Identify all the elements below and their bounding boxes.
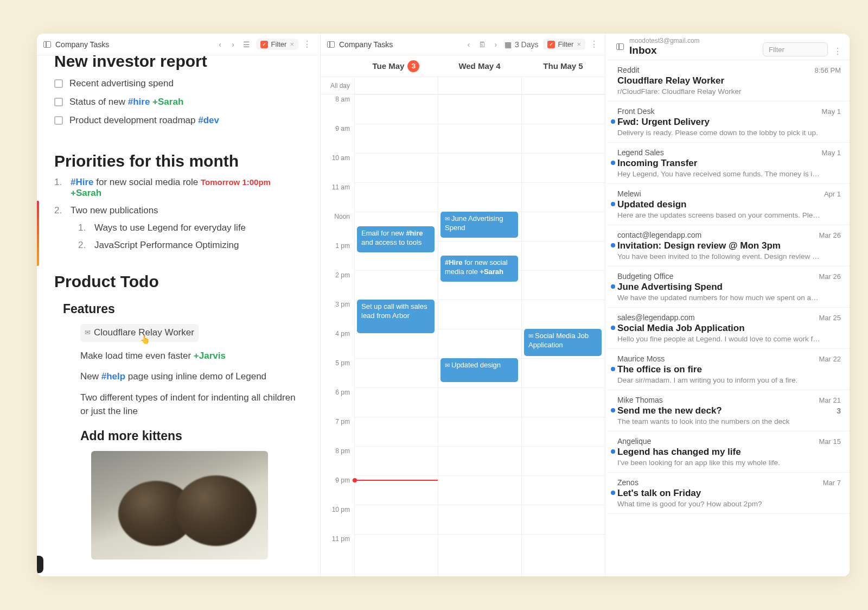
feature-item[interactable]: New #help page using inline demo of Lege… xyxy=(80,370,306,384)
day-header[interactable]: Thu May 5 xyxy=(521,61,605,71)
hour-label: 6 pm xyxy=(321,387,354,417)
more-button[interactable]: ⋮ xyxy=(833,46,842,56)
event[interactable]: #Hire for new social media role +Sarah xyxy=(441,256,518,282)
more-button[interactable]: ⋮ xyxy=(590,39,598,49)
hashtag[interactable]: #hire xyxy=(128,97,150,107)
list-item[interactable]: 2. JavaScript Performance Optimizing xyxy=(78,240,306,251)
forward-button[interactable]: › xyxy=(229,40,238,49)
todo-text: Status of new #hire +Sarah xyxy=(69,97,183,107)
calendar-title: Company Tasks xyxy=(339,40,393,49)
more-button[interactable]: ⋮ xyxy=(303,39,311,49)
mail-item[interactable]: Front DeskMay 1Fwd: Urgent DeliveryDeliv… xyxy=(608,101,850,143)
mail-from: sales@legendapp.com xyxy=(617,313,695,322)
mail-from: Melewi xyxy=(617,189,641,198)
event[interactable]: Email for new #hire and access to tools xyxy=(357,226,435,252)
now-dot-icon xyxy=(353,478,357,482)
app-shell: Company Tasks ‹ › ☰ ✓ Filter × ⋮ New inv… xyxy=(37,34,850,576)
unread-dot-icon xyxy=(611,161,615,165)
mail-item[interactable]: Mike ThomasMar 21Send me the new deck?3T… xyxy=(608,390,850,431)
filter-chip[interactable]: ✓ Filter × xyxy=(256,39,298,50)
day-column-tue[interactable]: Email for new #hire and access to tools … xyxy=(354,94,438,576)
hashtag[interactable]: #help xyxy=(101,371,125,382)
calendar-grid[interactable]: 8 am9 am10 am11 amNoon1 pm2 pm3 pm4 pm5 … xyxy=(321,94,605,576)
mail-item[interactable]: contact@legendapp.comMar 26Invitation: D… xyxy=(608,225,850,266)
hashtag[interactable]: #dev xyxy=(198,115,219,125)
mail-item[interactable]: Legend SalesMay 1Incoming TransferHey Le… xyxy=(608,143,850,184)
todo-item[interactable]: Status of new #hire +Sarah xyxy=(54,97,306,107)
list-num: 1. xyxy=(78,223,89,233)
checkbox[interactable] xyxy=(54,98,63,106)
mail-subject: Updated design xyxy=(617,199,687,210)
panel-icon[interactable] xyxy=(616,43,624,50)
feature-item[interactable]: Two different types of indent for indent… xyxy=(80,391,306,418)
hour-label: 7 pm xyxy=(321,417,354,446)
document-body[interactable]: New investor report Recent advertising s… xyxy=(37,55,318,576)
mail-subject: Let's talk on Friday xyxy=(617,488,701,499)
mention[interactable]: +Jarvis xyxy=(194,351,226,361)
todo-text: Product development roadmap #dev xyxy=(69,115,219,126)
envelope-icon: ✉ xyxy=(445,215,450,222)
list-icon[interactable]: ☰ xyxy=(242,40,252,49)
hour-label: 11 am xyxy=(321,182,354,212)
mail-item[interactable]: Reddit8:56 PMCloudflare Relay Workerr/Cl… xyxy=(608,60,850,101)
list-item[interactable]: 2. Two new publications xyxy=(54,205,306,216)
unread-dot-icon xyxy=(611,326,615,330)
event[interactable]: ✉Social Media Job Application xyxy=(524,329,602,356)
mail-from: Mike Thomas xyxy=(617,396,663,404)
list-item[interactable]: 1. Ways to use Legend for everyday life xyxy=(78,223,306,233)
thread-count: 3 xyxy=(837,406,841,415)
mail-item[interactable]: Budgeting OfficeMar 26June Advertising S… xyxy=(608,266,850,308)
mail-preview: r/CloudFlare: Cloudflare Relay Worker xyxy=(617,87,841,96)
filter-chip[interactable]: ✓ Filter × xyxy=(543,39,585,50)
filter-clear-button[interactable]: × xyxy=(290,40,294,48)
mail-list[interactable]: Reddit8:56 PMCloudflare Relay Workerr/Cl… xyxy=(608,60,850,576)
mail-when: Mar 7 xyxy=(823,479,841,487)
mail-from: Maurice Moss xyxy=(617,354,665,363)
list-text: #Hire for new social media role Tomorrow… xyxy=(71,177,271,199)
checkbox[interactable] xyxy=(54,79,63,88)
list-item[interactable]: 1. #Hire for new social media role Tomor… xyxy=(54,177,306,199)
linked-node[interactable]: ✉ Cloudflare Relay Worker xyxy=(80,324,199,342)
filter-clear-button[interactable]: × xyxy=(577,40,581,48)
event[interactable]: ✉Updated design xyxy=(441,358,518,382)
panel-icon[interactable] xyxy=(327,41,335,48)
todo-item[interactable]: Product development roadmap #dev xyxy=(54,115,306,126)
list-num: 1. xyxy=(54,177,65,199)
feature-item[interactable]: ✉ Cloudflare Relay Worker 👆 xyxy=(80,324,306,342)
day-column-wed[interactable]: ✉June Advertising Spend #Hire for new so… xyxy=(438,94,521,576)
section-heading: Product Todo xyxy=(54,272,306,291)
hour-label: 9 pm xyxy=(321,475,354,505)
inbox-filter-input[interactable]: Filter xyxy=(763,42,828,56)
next-button[interactable]: › xyxy=(492,40,500,49)
mail-item[interactable]: AngeliqueMar 15Legend has changed my lif… xyxy=(608,431,850,473)
feature-item[interactable]: Make load time even faster +Jarvis xyxy=(80,350,306,363)
day-column-thu[interactable]: ✉Social Media Job Application xyxy=(521,94,605,576)
hour-label: 8 am xyxy=(321,94,354,124)
event[interactable]: ✉June Advertising Spend xyxy=(441,212,518,238)
all-day-cell[interactable] xyxy=(521,77,605,94)
mention[interactable]: +Sarah xyxy=(150,97,183,107)
range-selector[interactable]: ▦ 3 Days xyxy=(505,40,539,49)
hour-label: 11 pm xyxy=(321,534,354,563)
all-day-cell[interactable] xyxy=(354,77,438,94)
mail-item[interactable]: sales@legendapp.comMar 25Social Media Jo… xyxy=(608,308,850,349)
back-button[interactable]: ‹ xyxy=(216,40,225,49)
checkbox[interactable] xyxy=(54,116,63,125)
now-indicator xyxy=(355,480,438,481)
day-header[interactable]: Tue May 3 xyxy=(354,60,438,72)
list-text: Ways to use Legend for everyday life xyxy=(94,223,246,233)
due-badge[interactable]: Tomorrow 1:00pm xyxy=(201,177,271,187)
prev-button[interactable]: ‹ xyxy=(464,40,473,49)
event[interactable]: Set up call with sales lead from Arbor xyxy=(357,300,435,333)
calendar-icon[interactable]: 🗓 xyxy=(477,40,487,49)
mention[interactable]: +Sarah xyxy=(71,188,101,198)
hashtag[interactable]: #Hire xyxy=(71,177,94,187)
mail-item[interactable]: ZenosMar 7Let's talk on FridayWhat time … xyxy=(608,473,850,514)
day-header[interactable]: Wed May 4 xyxy=(438,61,521,71)
todo-item[interactable]: Recent advertising spend xyxy=(54,78,306,89)
envelope-icon: ✉ xyxy=(85,328,91,338)
mail-item[interactable]: Maurice MossMar 22The office is on fireD… xyxy=(608,349,850,390)
panel-icon[interactable] xyxy=(43,41,51,48)
all-day-cell[interactable] xyxy=(438,77,521,94)
mail-item[interactable]: MelewiApr 1Updated designHere are the up… xyxy=(608,184,850,225)
